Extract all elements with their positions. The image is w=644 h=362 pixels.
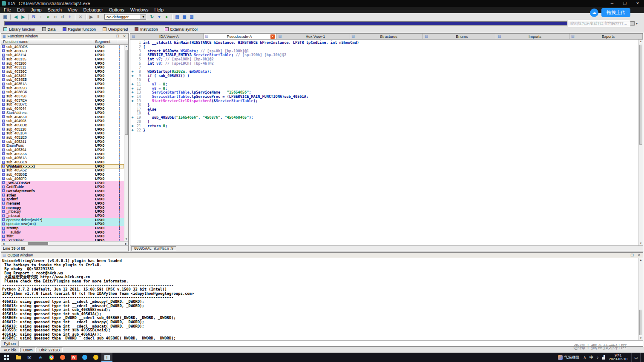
function-row[interactable]: fStartAddressUPX0( [1, 111, 124, 115]
function-row[interactable]: fsub_4060F0UPX0( [1, 177, 124, 181]
menu-edit[interactable]: Edit [14, 7, 28, 12]
scroll-down-icon[interactable]: ▼ [639, 336, 643, 340]
code-line[interactable]: 1int __stdcall WinMain(HINSTANCE hInstan… [130, 40, 638, 45]
functions-vscrollbar[interactable]: ▲ ▼ [124, 45, 128, 241]
code-line[interactable]: 18 { [130, 111, 638, 116]
function-row[interactable]: fstrlenUPX0( [1, 193, 124, 197]
string-icon[interactable]: a [45, 14, 52, 20]
start-process-icon[interactable]: ▶ [88, 14, 95, 20]
pause-process-icon[interactable]: ‖ [95, 14, 102, 20]
functions-close-icon[interactable]: ✕ [122, 34, 127, 38]
output-vscrollbar[interactable]: ▲ ▼ [638, 258, 643, 340]
undefine-icon[interactable]: ✕ [77, 14, 84, 20]
taskbar-app-chrome[interactable] [46, 353, 57, 362]
tray-chevron-icon[interactable]: ∧ [584, 355, 586, 359]
tab-pseudocode-a[interactable]: ▤Pseudocode-A✕ [204, 34, 277, 39]
function-row[interactable]: fsub_40355BUPX0( [1, 86, 124, 90]
function-row[interactable]: fsub_402DD5UPX0( [1, 45, 124, 49]
notification-center-icon[interactable]: ▭ [631, 353, 636, 362]
python-cli-input[interactable] [19, 341, 643, 346]
output-dock-icon[interactable]: ❐ [630, 254, 635, 257]
forward-icon[interactable]: ▶ [20, 14, 26, 20]
debugger-select[interactable]: No debugger [104, 14, 146, 20]
code-line[interactable]: ●8 WSAStartup(0x202u, &WSAData); [130, 70, 638, 74]
tab-enums[interactable]: ▤Enums [423, 34, 496, 39]
code-line[interactable]: 10 { [130, 78, 638, 82]
function-row[interactable]: fsub_4051B4UPX0( [1, 131, 124, 135]
code-line[interactable]: 5 int v7; // [sp+198h] [bp-8h]@2 [130, 57, 638, 61]
function-row[interactable]: fsub_403492UPX0( [1, 74, 124, 78]
taskbar-app-ida[interactable]: I [101, 353, 112, 362]
function-row[interactable]: fsub_4030FDUPX0( [1, 49, 124, 53]
function-row[interactable]: f_XcptFilterUPX0( [1, 238, 124, 241]
taskbar-app-edge[interactable]: e [35, 353, 46, 362]
run-icon[interactable]: ● [163, 14, 170, 20]
function-row[interactable]: fmemcpyUPX0( [1, 205, 124, 210]
scroll-thumb[interactable] [639, 310, 642, 335]
function-row[interactable]: fsub_403758UPX0( [1, 94, 124, 98]
function-row[interactable]: fsub_4034E5UPX0( [1, 78, 124, 82]
function-row[interactable]: fGetIfTableUPX0( [1, 185, 124, 189]
save-icon[interactable]: ▣ [2, 14, 9, 20]
functions-dock-icon[interactable]: ❐ [115, 34, 120, 38]
start-button[interactable] [0, 353, 13, 362]
tab-hex-view-1[interactable]: ▤Hex View-1 [277, 34, 350, 39]
function-row[interactable]: f_mbscatUPX0( [1, 214, 124, 218]
code-line[interactable]: 16 } [130, 103, 638, 107]
function-row[interactable]: fsub_403114UPX0( [1, 53, 124, 57]
weather-widget[interactable]: 气温骤降 [558, 355, 580, 360]
menu-file[interactable]: File [1, 7, 14, 12]
tab-close-icon[interactable]: ✕ [270, 34, 275, 39]
refresh-icon[interactable]: ↻ [149, 14, 155, 20]
function-row[interactable]: fstrcmpUPX0( [1, 226, 124, 230]
ime-icon[interactable]: 中 [589, 355, 593, 360]
data-icon[interactable]: d [59, 14, 66, 20]
column-function-name[interactable]: Function name [1, 39, 93, 44]
function-row[interactable]: fstartUPX0( [1, 234, 124, 239]
code-line[interactable]: 7 [130, 66, 638, 70]
menu-view[interactable]: View [65, 7, 80, 12]
upload-button[interactable]: 拖拽上传 [601, 8, 630, 17]
code-line[interactable]: 3 struct WSAData WSAData; // [sp+0h] [bp… [130, 49, 638, 53]
taskbar-app-browser-360[interactable] [90, 353, 101, 362]
scroll-thumb[interactable] [125, 50, 128, 135]
code-line[interactable]: ●11 v7 = 0; [130, 82, 638, 86]
modules-list-icon[interactable]: ▥ [188, 14, 195, 20]
function-row[interactable]: fsub_403280UPX0( [1, 61, 124, 66]
function-row[interactable]: fsub_4051E0UPX0( [1, 135, 124, 140]
function-row[interactable]: fsub_405BE9UPX0( [1, 160, 124, 164]
back-icon[interactable]: ◀ [12, 14, 19, 20]
close-button[interactable]: ✕ [631, 0, 644, 7]
breakpoint-list-icon[interactable]: ▤ [174, 14, 181, 20]
function-row[interactable]: fsub_403135UPX0( [1, 57, 124, 61]
tab-imports[interactable]: ▤Imports [496, 34, 569, 39]
function-row[interactable]: f_mbscpyUPX0( [1, 210, 124, 214]
tab-exports[interactable]: ▤Exports [569, 34, 643, 39]
code-line[interactable]: ●22} [130, 128, 638, 132]
tab-structures[interactable]: ▤Structures [350, 34, 423, 39]
hscroll-thumb[interactable] [28, 242, 48, 245]
maximize-button[interactable]: ❐ [618, 0, 631, 7]
code-line[interactable]: ●15 StartServiceCtrlDispatcherA(&Service… [130, 99, 638, 103]
function-row[interactable]: fWinMain(x,x,x,x)UPX0( [1, 164, 124, 168]
function-row[interactable]: fsub_405A52UPX0( [1, 168, 124, 173]
function-row[interactable]: fmemsetUPX0( [1, 201, 124, 205]
pseudocode-vscrollbar[interactable]: ▲ ▼ [638, 40, 643, 245]
scroll-up-icon[interactable]: ▲ [124, 45, 128, 48]
minimize-button[interactable]: ─ [606, 0, 618, 7]
code-line[interactable]: 2{ [130, 45, 638, 49]
comment-icon[interactable]: : [37, 14, 44, 20]
navigation-band[interactable] [4, 21, 635, 26]
function-row[interactable]: foperator delete(void *)UPX0( [1, 218, 124, 222]
function-row[interactable]: fsub_404044UPX0( [1, 106, 124, 111]
function-row[interactable]: fsub_405394UPX0( [1, 148, 124, 152]
function-row[interactable]: fsub_40336CUPX0( [1, 69, 124, 74]
upload-cloud-icon[interactable]: ☁ [590, 9, 598, 17]
code-line[interactable]: ●19 sub_405B6E("15654656", "456876", "45… [130, 115, 638, 120]
cli-language-label[interactable]: Python [1, 341, 19, 346]
scroll-up-icon[interactable]: ▲ [639, 40, 643, 43]
function-row[interactable]: fGetAdaptersInfoUPX0( [1, 189, 124, 193]
step-icon[interactable]: ▼ [156, 14, 163, 20]
menu-options[interactable]: Options [106, 7, 127, 12]
function-row[interactable]: fsub_4050DBUPX0( [1, 123, 124, 127]
